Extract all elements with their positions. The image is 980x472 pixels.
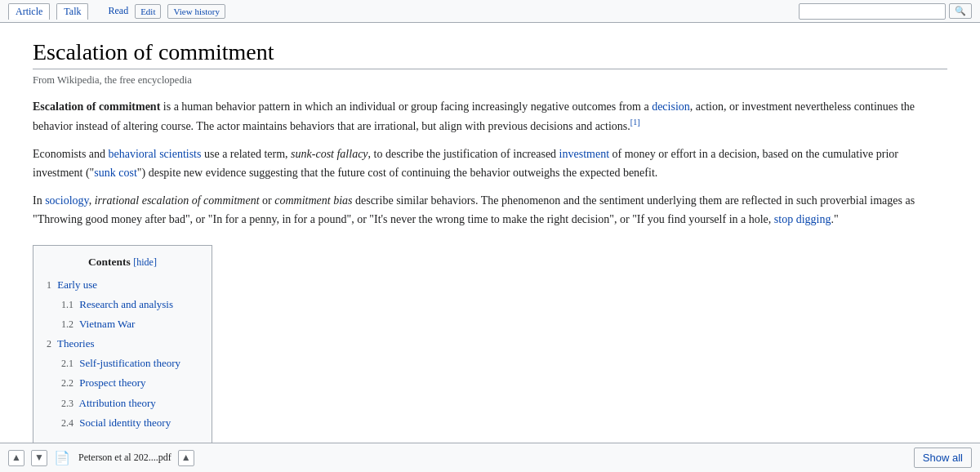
paragraph-3: In sociology, irrational escalation of c… (33, 192, 947, 229)
para3-mid2: or (260, 194, 275, 207)
para3-final: ." (831, 213, 838, 225)
search-input[interactable] (799, 3, 946, 20)
page-subtitle: From Wikipedia, the free encyclopedia (33, 74, 947, 87)
para3-mid1: , (89, 194, 95, 207)
list-item: 1.2 Vietnam War (61, 314, 198, 334)
sunk-cost-link[interactable]: sunk cost (94, 167, 137, 179)
scroll-down-button[interactable]: ▼ (31, 450, 47, 466)
list-item: 2.2 Prospect theory (61, 373, 198, 393)
scroll-up-button[interactable]: ▲ (8, 450, 24, 466)
para1-ref: [1] (630, 118, 640, 127)
list-item: 2.1 Self-justification theory (61, 354, 198, 373)
expand-pdf-button[interactable]: ▲ (178, 450, 194, 466)
para2-start: Economists and (33, 148, 109, 160)
pdf-icon: 📄 (54, 450, 70, 465)
page-content: Escalation of commitment From Wikipedia,… (16, 23, 964, 470)
toc-link-prospect-theory[interactable]: Prospect theory (79, 376, 145, 389)
article-body: Escalation of commitment is a human beha… (33, 98, 947, 453)
search-button[interactable]: 🔍 (949, 3, 972, 19)
pdf-filename: Peterson et al 202....pdf (78, 452, 172, 464)
para3-italic1: irrational escalation of commitment (95, 194, 260, 207)
para2-mid1: use a related term, (201, 148, 291, 160)
para1-rest: is a human behavior pattern in which an … (160, 100, 652, 113)
decision-link[interactable]: decision (652, 100, 690, 113)
paragraph-2: Economists and behavioral scientists use… (33, 145, 947, 182)
para2-mid2: , to describe the justification of incre… (368, 148, 559, 160)
sociology-link[interactable]: sociology (45, 194, 89, 207)
stop-digging-link[interactable]: stop digging (774, 213, 831, 225)
article-tab[interactable]: Article (8, 3, 50, 20)
read-tab[interactable]: Read (108, 5, 128, 17)
para1-bold: Escalation of commitment (33, 100, 160, 113)
toc-link-theories[interactable]: Theories (57, 337, 94, 350)
show-all-button[interactable]: Show all (914, 448, 972, 468)
behavioral-scientists-link[interactable]: behavioral scientists (109, 148, 202, 160)
talk-tab[interactable]: Talk (56, 3, 88, 20)
edit-button[interactable]: Edit (135, 4, 161, 19)
list-item: 2.4 Social identity theory (61, 413, 198, 433)
list-item: 1.1 Research and analysis (61, 295, 198, 314)
toc-list: 1 Early use 1.1 Research and analysis 1.… (47, 275, 198, 433)
toc-link-self-justification[interactable]: Self-justification theory (79, 357, 180, 369)
search-area: 🔍 (799, 3, 972, 20)
toc-link-attribution-theory[interactable]: Attribution theory (79, 397, 156, 409)
toc-hide-button[interactable]: [hide] (133, 256, 157, 268)
toc-link-social-identity[interactable]: Social identity theory (79, 416, 171, 429)
para3-start: In (33, 194, 45, 207)
toc-link-research-analysis[interactable]: Research and analysis (79, 298, 173, 310)
para3-italic2: commitment bias (274, 194, 352, 207)
toc-title: Contents [hide] (47, 256, 198, 269)
para2-italic1: sunk-cost fallacy (291, 148, 368, 160)
view-history-button[interactable]: View history (167, 4, 225, 19)
toc-link-vietnam-war[interactable]: Vietnam War (79, 318, 135, 330)
paragraph-1: Escalation of commitment is a human beha… (33, 98, 947, 136)
list-item: 2.3 Attribution theory (61, 394, 198, 413)
page-title: Escalation of commitment (33, 39, 947, 69)
toc-link-early-use[interactable]: Early use (57, 278, 97, 291)
top-navigation-bar: Article Talk Read Edit View history 🔍 (0, 0, 980, 23)
list-item: 1 Early use (47, 275, 198, 295)
table-of-contents: Contents [hide] 1 Early use 1.1 Research… (33, 245, 212, 443)
investment-link[interactable]: investment (559, 148, 609, 160)
bottom-download-bar: ▲ ▼ 📄 Peterson et al 202....pdf ▲ Show a… (0, 443, 980, 470)
list-item: 2 Theories (47, 334, 198, 354)
para2-end: ") despite new evidence suggesting that … (137, 167, 657, 179)
